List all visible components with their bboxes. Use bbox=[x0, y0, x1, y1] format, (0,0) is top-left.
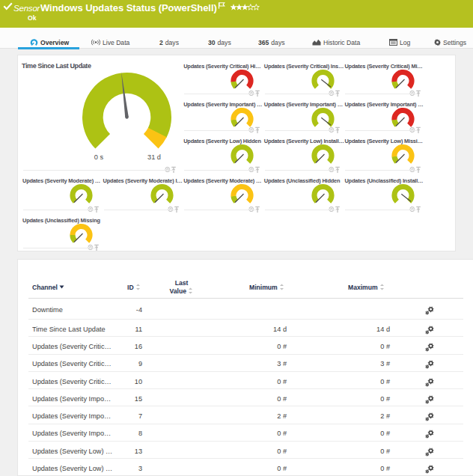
gauge-min-label: 0 s bbox=[84, 153, 114, 161]
gears-icon bbox=[424, 360, 435, 369]
gauge-tile: Updates (Severity Moderate) … bbox=[180, 171, 260, 210]
channel-settings-icon[interactable] bbox=[424, 428, 435, 437]
gauge-tile: Updates (Severity Moderate) I… bbox=[100, 171, 180, 210]
col-header-last-value[interactable]: LastValue bbox=[165, 279, 198, 295]
channel-gauge bbox=[391, 183, 415, 204]
gauge-tile: Updates (Severity Important) … bbox=[260, 94, 341, 131]
gauge-segment bbox=[231, 144, 254, 164]
tab-label: Overview bbox=[40, 39, 69, 46]
cell-id: 9 bbox=[97, 360, 142, 367]
col-label: Value bbox=[170, 287, 186, 295]
cell-id: 3 bbox=[97, 465, 142, 472]
cell-id: 11 bbox=[97, 326, 142, 333]
channel-settings-icon[interactable] bbox=[424, 324, 435, 333]
gauge-segment bbox=[150, 184, 173, 204]
gauge-icon bbox=[30, 39, 38, 46]
table-row: Updates (Severity Low) …130 #0 # bbox=[18, 442, 473, 459]
tab-settings[interactable]: Settings bbox=[434, 37, 466, 47]
tab-bar: OverviewLive Data2days30days365daysHisto… bbox=[0, 28, 473, 49]
sort-icon bbox=[135, 284, 141, 290]
sort-icon bbox=[279, 284, 284, 290]
gears-icon bbox=[424, 306, 435, 315]
priority-stars[interactable] bbox=[231, 1, 260, 14]
flag-icon[interactable] bbox=[218, 1, 226, 10]
tab-days[interactable]: 365days bbox=[258, 37, 285, 47]
col-label: Last bbox=[175, 279, 189, 287]
tab-live-data[interactable]: Live Data bbox=[91, 37, 129, 47]
gauge-tile: Updates (Unclassified) Hidden bbox=[260, 171, 341, 210]
tab-days[interactable]: 2days bbox=[159, 37, 179, 47]
star-outline-icon bbox=[248, 4, 254, 10]
cell-id: 16 bbox=[97, 343, 142, 350]
gauge-segment bbox=[231, 82, 238, 89]
gauge-max-label: 31 d bbox=[139, 153, 169, 161]
live-icon-graphic bbox=[91, 39, 100, 46]
table-row: Updates (Severity Impo…80 #0 # bbox=[18, 424, 473, 442]
table-row: Updates (Severity Critic…160 #0 # bbox=[18, 337, 473, 354]
channel-settings-icon[interactable] bbox=[424, 411, 435, 420]
table-row: Updates (Severity Low) …30 #0 # bbox=[18, 459, 473, 476]
tab-days[interactable]: 30days bbox=[208, 37, 231, 47]
channel-settings-icon[interactable] bbox=[424, 376, 435, 385]
table-row: Updates (Severity Impo…150 #0 # bbox=[18, 389, 473, 406]
channel-settings-icon[interactable] bbox=[424, 341, 435, 350]
col-header-channel[interactable]: Channel bbox=[32, 284, 64, 291]
channel-gauge bbox=[69, 183, 94, 204]
col-header-minimum[interactable]: Minimum bbox=[249, 284, 284, 291]
cell-channel[interactable]: Downtime bbox=[32, 306, 63, 314]
gauges-card: Time Since Last Update0 s31 dUpdates (Se… bbox=[17, 55, 456, 251]
chart-icon-graphic bbox=[312, 39, 321, 46]
tab-historic-data[interactable]: Historic Data bbox=[312, 37, 360, 47]
cell-channel[interactable]: Time Since Last Update bbox=[32, 326, 106, 333]
cell-id: 7 bbox=[97, 412, 142, 420]
tab-label: Log bbox=[400, 39, 410, 46]
gauge-tile-time-since-last-update: Time Since Last Update0 s31 d bbox=[19, 56, 180, 171]
gauge-segment bbox=[392, 156, 399, 164]
gears-icon bbox=[424, 343, 435, 352]
cell-maximum: 0 # bbox=[345, 395, 390, 403]
cell-maximum: 3 # bbox=[345, 360, 390, 367]
gauge-segment bbox=[311, 184, 334, 204]
cell-maximum: 14 d bbox=[345, 326, 390, 333]
col-label: Channel bbox=[32, 284, 58, 291]
channel-settings-icon[interactable] bbox=[424, 358, 435, 367]
channel-settings-icon[interactable] bbox=[424, 446, 435, 455]
channel-settings-icon[interactable] bbox=[424, 305, 435, 314]
gauge-segment bbox=[231, 196, 238, 204]
cell-id: 15 bbox=[97, 395, 142, 403]
col-label: Minimum bbox=[249, 284, 278, 291]
tab-log[interactable]: Log bbox=[389, 37, 410, 47]
cell-id: 8 bbox=[97, 430, 142, 437]
gears-icon bbox=[424, 412, 435, 421]
channel-settings-icon[interactable] bbox=[424, 394, 435, 403]
gauge-segment bbox=[392, 82, 399, 89]
gauge-tile: Updates (Severity Low) Install… bbox=[260, 131, 341, 171]
gauge-segment bbox=[311, 144, 334, 164]
channel-settings-icon[interactable] bbox=[424, 463, 435, 472]
tab-label: days bbox=[165, 39, 179, 46]
tab-overview[interactable]: Overview bbox=[30, 37, 69, 47]
cell-minimum: 3 # bbox=[242, 360, 287, 367]
col-header-id[interactable]: ID bbox=[127, 284, 141, 291]
gears-icon bbox=[424, 430, 435, 439]
cell-maximum: 0 # bbox=[345, 465, 390, 472]
cell-id: 10 bbox=[97, 378, 142, 385]
table-row: Time Since Last Update1114 d14 d bbox=[18, 320, 473, 337]
cell-maximum: 0 # bbox=[345, 378, 390, 385]
cell-id: 13 bbox=[97, 448, 142, 455]
star-filled-icon bbox=[242, 4, 248, 10]
gauge-tile: Updates (Severity Critical) Hi… bbox=[180, 56, 260, 94]
channel-gauge bbox=[230, 144, 254, 165]
cell-minimum: 2 # bbox=[242, 412, 287, 420]
tab-label: days bbox=[271, 39, 284, 46]
tile-pin-icon bbox=[174, 207, 179, 213]
gauge-tile: Updates (Severity Important) … bbox=[341, 94, 421, 131]
table-row: Updates (Severity Critic…93 #3 # bbox=[18, 355, 473, 372]
table-body: Downtime-4Time Since Last Update1114 d14… bbox=[18, 299, 473, 476]
cell-minimum: 0 # bbox=[242, 378, 287, 385]
col-header-maximum[interactable]: Maximum bbox=[348, 284, 385, 291]
cell-maximum: 2 # bbox=[345, 412, 390, 420]
gauge-segment bbox=[70, 235, 76, 243]
channel-gauge bbox=[150, 183, 174, 204]
cell-maximum: 0 # bbox=[345, 430, 390, 437]
